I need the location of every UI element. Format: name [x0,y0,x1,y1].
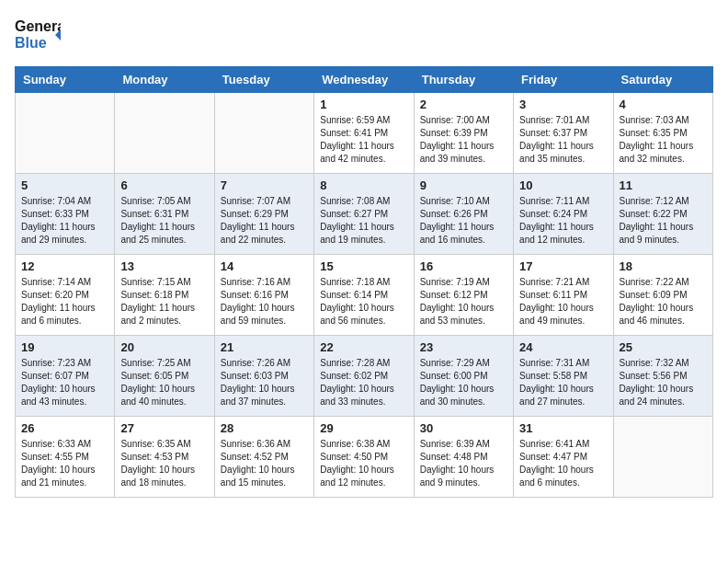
day-number: 17 [519,259,607,273]
day-number: 23 [420,340,507,354]
day-info: Sunrise: 7:29 AM Sunset: 6:00 PM Dayligh… [420,357,507,408]
day-number: 31 [519,421,607,435]
weekday-header-row: SundayMondayTuesdayWednesdayThursdayFrid… [16,67,713,93]
weekday-header-monday: Monday [115,67,214,93]
calendar-cell: 20Sunrise: 7:25 AM Sunset: 6:05 PM Dayli… [115,336,214,417]
day-info: Sunrise: 7:15 AM Sunset: 6:18 PM Dayligh… [120,276,208,327]
day-info: Sunrise: 6:41 AM Sunset: 4:47 PM Dayligh… [519,438,607,489]
day-info: Sunrise: 7:18 AM Sunset: 6:14 PM Dayligh… [320,276,407,327]
calendar-week-row: 1Sunrise: 6:59 AM Sunset: 6:41 PM Daylig… [16,93,713,174]
day-info: Sunrise: 7:28 AM Sunset: 6:02 PM Dayligh… [320,357,407,408]
day-info: Sunrise: 7:08 AM Sunset: 6:27 PM Dayligh… [320,195,407,247]
day-number: 3 [519,98,607,111]
calendar-week-row: 19Sunrise: 7:23 AM Sunset: 6:07 PM Dayli… [16,336,713,417]
weekday-header-sunday: Sunday [16,67,115,93]
day-info: Sunrise: 6:59 AM Sunset: 6:41 PM Dayligh… [320,114,407,166]
calendar-cell: 28Sunrise: 6:36 AM Sunset: 4:52 PM Dayli… [214,417,313,498]
svg-text:Blue: Blue [15,35,47,51]
day-number: 9 [420,178,507,192]
day-number: 27 [120,421,208,435]
day-number: 13 [120,259,208,273]
day-number: 26 [21,421,108,435]
day-info: Sunrise: 6:39 AM Sunset: 4:48 PM Dayligh… [420,438,507,489]
calendar-cell: 27Sunrise: 6:35 AM Sunset: 4:53 PM Dayli… [115,417,214,498]
day-number: 11 [620,178,707,192]
day-number: 12 [21,259,108,273]
day-number: 6 [120,178,208,192]
calendar-cell: 6Sunrise: 7:05 AM Sunset: 6:31 PM Daylig… [115,174,214,255]
day-info: Sunrise: 7:21 AM Sunset: 6:11 PM Dayligh… [519,276,607,327]
calendar-cell: 4Sunrise: 7:03 AM Sunset: 6:35 PM Daylig… [613,93,712,174]
day-number: 1 [320,98,407,111]
calendar-cell: 3Sunrise: 7:01 AM Sunset: 6:37 PM Daylig… [514,93,613,174]
calendar-cell [115,93,214,174]
calendar-week-row: 12Sunrise: 7:14 AM Sunset: 6:20 PM Dayli… [16,255,713,336]
day-info: Sunrise: 7:31 AM Sunset: 5:58 PM Dayligh… [519,357,607,408]
calendar-cell: 10Sunrise: 7:11 AM Sunset: 6:24 PM Dayli… [514,174,613,255]
calendar-cell: 25Sunrise: 7:32 AM Sunset: 5:56 PM Dayli… [613,336,712,417]
day-number: 10 [519,178,607,192]
weekday-header-tuesday: Tuesday [214,67,313,93]
day-number: 7 [221,178,308,192]
day-info: Sunrise: 7:22 AM Sunset: 6:09 PM Dayligh… [620,276,707,327]
calendar-cell: 15Sunrise: 7:18 AM Sunset: 6:14 PM Dayli… [314,255,414,336]
day-info: Sunrise: 7:26 AM Sunset: 6:03 PM Dayligh… [221,357,308,408]
calendar-cell: 31Sunrise: 6:41 AM Sunset: 4:47 PM Dayli… [514,417,613,498]
day-number: 29 [320,421,407,435]
day-number: 19 [21,340,108,354]
day-info: Sunrise: 7:32 AM Sunset: 5:56 PM Dayligh… [620,357,707,408]
day-info: Sunrise: 7:11 AM Sunset: 6:24 PM Dayligh… [519,195,607,247]
calendar-cell: 24Sunrise: 7:31 AM Sunset: 5:58 PM Dayli… [514,336,613,417]
logo: GeneralBlue [15,15,61,55]
day-number: 16 [420,259,507,273]
day-number: 25 [620,340,707,354]
svg-text:General: General [15,18,61,34]
day-number: 21 [221,340,308,354]
day-info: Sunrise: 6:38 AM Sunset: 4:50 PM Dayligh… [320,438,407,489]
day-info: Sunrise: 7:04 AM Sunset: 6:33 PM Dayligh… [21,195,108,247]
calendar-cell [214,93,313,174]
page-header: GeneralBlue [15,15,713,55]
day-info: Sunrise: 7:12 AM Sunset: 6:22 PM Dayligh… [620,195,707,247]
calendar-cell: 12Sunrise: 7:14 AM Sunset: 6:20 PM Dayli… [16,255,115,336]
calendar-cell: 22Sunrise: 7:28 AM Sunset: 6:02 PM Dayli… [314,336,414,417]
calendar-cell: 19Sunrise: 7:23 AM Sunset: 6:07 PM Dayli… [16,336,115,417]
calendar-cell [16,93,115,174]
weekday-header-saturday: Saturday [613,67,712,93]
day-info: Sunrise: 7:10 AM Sunset: 6:26 PM Dayligh… [420,195,507,247]
calendar-cell: 16Sunrise: 7:19 AM Sunset: 6:12 PM Dayli… [414,255,513,336]
calendar-cell: 8Sunrise: 7:08 AM Sunset: 6:27 PM Daylig… [314,174,414,255]
calendar-table: SundayMondayTuesdayWednesdayThursdayFrid… [15,66,713,498]
day-info: Sunrise: 7:00 AM Sunset: 6:39 PM Dayligh… [420,114,507,166]
calendar-cell: 29Sunrise: 6:38 AM Sunset: 4:50 PM Dayli… [314,417,414,498]
day-info: Sunrise: 6:35 AM Sunset: 4:53 PM Dayligh… [120,438,208,489]
calendar-cell [613,417,712,498]
calendar-week-row: 5Sunrise: 7:04 AM Sunset: 6:33 PM Daylig… [16,174,713,255]
weekday-header-wednesday: Wednesday [314,67,414,93]
calendar-cell: 13Sunrise: 7:15 AM Sunset: 6:18 PM Dayli… [115,255,214,336]
calendar-cell: 9Sunrise: 7:10 AM Sunset: 6:26 PM Daylig… [414,174,513,255]
day-info: Sunrise: 6:36 AM Sunset: 4:52 PM Dayligh… [221,438,308,489]
calendar-cell: 26Sunrise: 6:33 AM Sunset: 4:55 PM Dayli… [16,417,115,498]
day-number: 15 [320,259,407,273]
day-info: Sunrise: 7:01 AM Sunset: 6:37 PM Dayligh… [519,114,607,166]
calendar-cell: 2Sunrise: 7:00 AM Sunset: 6:39 PM Daylig… [414,93,513,174]
day-number: 18 [620,259,707,273]
calendar-cell: 7Sunrise: 7:07 AM Sunset: 6:29 PM Daylig… [214,174,313,255]
day-info: Sunrise: 7:23 AM Sunset: 6:07 PM Dayligh… [21,357,108,408]
calendar-cell: 18Sunrise: 7:22 AM Sunset: 6:09 PM Dayli… [613,255,712,336]
day-number: 8 [320,178,407,192]
calendar-cell: 21Sunrise: 7:26 AM Sunset: 6:03 PM Dayli… [214,336,313,417]
day-number: 14 [221,259,308,273]
day-number: 4 [620,98,707,111]
calendar-cell: 23Sunrise: 7:29 AM Sunset: 6:00 PM Dayli… [414,336,513,417]
weekday-header-friday: Friday [514,67,613,93]
day-number: 28 [221,421,308,435]
day-number: 30 [420,421,507,435]
day-number: 24 [519,340,607,354]
day-info: Sunrise: 7:14 AM Sunset: 6:20 PM Dayligh… [21,276,108,327]
day-info: Sunrise: 7:25 AM Sunset: 6:05 PM Dayligh… [120,357,208,408]
calendar-cell: 11Sunrise: 7:12 AM Sunset: 6:22 PM Dayli… [613,174,712,255]
day-info: Sunrise: 7:03 AM Sunset: 6:35 PM Dayligh… [620,114,707,166]
calendar-cell: 14Sunrise: 7:16 AM Sunset: 6:16 PM Dayli… [214,255,313,336]
